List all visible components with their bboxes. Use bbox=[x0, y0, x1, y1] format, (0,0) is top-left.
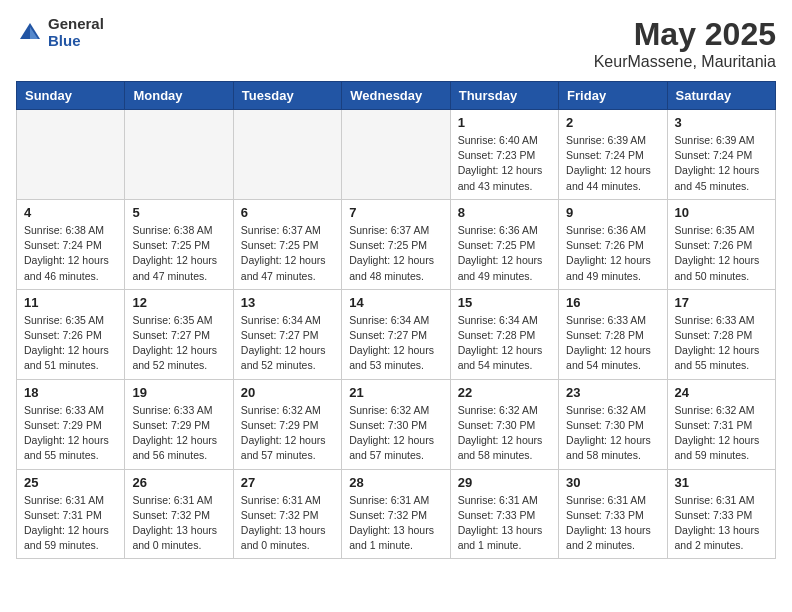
day-info: Sunrise: 6:31 AM Sunset: 7:32 PM Dayligh… bbox=[241, 493, 334, 554]
day-number: 31 bbox=[675, 475, 768, 490]
calendar-cell: 27Sunrise: 6:31 AM Sunset: 7:32 PM Dayli… bbox=[233, 469, 341, 559]
day-info: Sunrise: 6:35 AM Sunset: 7:27 PM Dayligh… bbox=[132, 313, 225, 374]
weekday-header-sunday: Sunday bbox=[17, 82, 125, 110]
day-number: 5 bbox=[132, 205, 225, 220]
day-info: Sunrise: 6:36 AM Sunset: 7:26 PM Dayligh… bbox=[566, 223, 659, 284]
day-number: 14 bbox=[349, 295, 442, 310]
calendar-cell: 22Sunrise: 6:32 AM Sunset: 7:30 PM Dayli… bbox=[450, 379, 558, 469]
calendar-cell: 19Sunrise: 6:33 AM Sunset: 7:29 PM Dayli… bbox=[125, 379, 233, 469]
calendar-cell: 26Sunrise: 6:31 AM Sunset: 7:32 PM Dayli… bbox=[125, 469, 233, 559]
calendar-cell: 17Sunrise: 6:33 AM Sunset: 7:28 PM Dayli… bbox=[667, 289, 775, 379]
day-number: 17 bbox=[675, 295, 768, 310]
day-info: Sunrise: 6:32 AM Sunset: 7:30 PM Dayligh… bbox=[566, 403, 659, 464]
day-info: Sunrise: 6:32 AM Sunset: 7:31 PM Dayligh… bbox=[675, 403, 768, 464]
day-info: Sunrise: 6:31 AM Sunset: 7:33 PM Dayligh… bbox=[458, 493, 551, 554]
day-info: Sunrise: 6:34 AM Sunset: 7:27 PM Dayligh… bbox=[241, 313, 334, 374]
calendar-week-2: 11Sunrise: 6:35 AM Sunset: 7:26 PM Dayli… bbox=[17, 289, 776, 379]
day-info: Sunrise: 6:38 AM Sunset: 7:24 PM Dayligh… bbox=[24, 223, 117, 284]
day-number: 6 bbox=[241, 205, 334, 220]
day-info: Sunrise: 6:33 AM Sunset: 7:29 PM Dayligh… bbox=[132, 403, 225, 464]
day-number: 21 bbox=[349, 385, 442, 400]
calendar-cell bbox=[17, 110, 125, 200]
calendar-cell: 9Sunrise: 6:36 AM Sunset: 7:26 PM Daylig… bbox=[559, 199, 667, 289]
month-title: May 2025 bbox=[594, 16, 776, 53]
calendar-cell bbox=[125, 110, 233, 200]
logo-icon bbox=[16, 19, 44, 47]
day-info: Sunrise: 6:37 AM Sunset: 7:25 PM Dayligh… bbox=[241, 223, 334, 284]
day-info: Sunrise: 6:33 AM Sunset: 7:28 PM Dayligh… bbox=[566, 313, 659, 374]
day-number: 24 bbox=[675, 385, 768, 400]
calendar-cell bbox=[342, 110, 450, 200]
day-info: Sunrise: 6:31 AM Sunset: 7:33 PM Dayligh… bbox=[675, 493, 768, 554]
weekday-header-friday: Friday bbox=[559, 82, 667, 110]
page-header: General Blue May 2025 KeurMassene, Mauri… bbox=[16, 16, 776, 71]
day-number: 22 bbox=[458, 385, 551, 400]
calendar-cell: 24Sunrise: 6:32 AM Sunset: 7:31 PM Dayli… bbox=[667, 379, 775, 469]
day-info: Sunrise: 6:37 AM Sunset: 7:25 PM Dayligh… bbox=[349, 223, 442, 284]
day-number: 16 bbox=[566, 295, 659, 310]
calendar-cell: 30Sunrise: 6:31 AM Sunset: 7:33 PM Dayli… bbox=[559, 469, 667, 559]
day-info: Sunrise: 6:31 AM Sunset: 7:31 PM Dayligh… bbox=[24, 493, 117, 554]
calendar-cell: 29Sunrise: 6:31 AM Sunset: 7:33 PM Dayli… bbox=[450, 469, 558, 559]
location-title: KeurMassene, Mauritania bbox=[594, 53, 776, 71]
weekday-header-wednesday: Wednesday bbox=[342, 82, 450, 110]
day-info: Sunrise: 6:33 AM Sunset: 7:28 PM Dayligh… bbox=[675, 313, 768, 374]
logo-blue: Blue bbox=[48, 33, 104, 50]
day-number: 15 bbox=[458, 295, 551, 310]
weekday-header-saturday: Saturday bbox=[667, 82, 775, 110]
day-number: 25 bbox=[24, 475, 117, 490]
day-number: 26 bbox=[132, 475, 225, 490]
day-number: 8 bbox=[458, 205, 551, 220]
day-number: 30 bbox=[566, 475, 659, 490]
calendar-cell bbox=[233, 110, 341, 200]
day-info: Sunrise: 6:40 AM Sunset: 7:23 PM Dayligh… bbox=[458, 133, 551, 194]
day-info: Sunrise: 6:38 AM Sunset: 7:25 PM Dayligh… bbox=[132, 223, 225, 284]
calendar-cell: 31Sunrise: 6:31 AM Sunset: 7:33 PM Dayli… bbox=[667, 469, 775, 559]
weekday-header-tuesday: Tuesday bbox=[233, 82, 341, 110]
calendar-cell: 4Sunrise: 6:38 AM Sunset: 7:24 PM Daylig… bbox=[17, 199, 125, 289]
day-number: 27 bbox=[241, 475, 334, 490]
day-info: Sunrise: 6:31 AM Sunset: 7:32 PM Dayligh… bbox=[349, 493, 442, 554]
day-number: 12 bbox=[132, 295, 225, 310]
calendar-cell: 18Sunrise: 6:33 AM Sunset: 7:29 PM Dayli… bbox=[17, 379, 125, 469]
calendar-week-4: 25Sunrise: 6:31 AM Sunset: 7:31 PM Dayli… bbox=[17, 469, 776, 559]
day-info: Sunrise: 6:32 AM Sunset: 7:30 PM Dayligh… bbox=[349, 403, 442, 464]
day-info: Sunrise: 6:34 AM Sunset: 7:28 PM Dayligh… bbox=[458, 313, 551, 374]
day-number: 3 bbox=[675, 115, 768, 130]
calendar-cell: 16Sunrise: 6:33 AM Sunset: 7:28 PM Dayli… bbox=[559, 289, 667, 379]
day-number: 10 bbox=[675, 205, 768, 220]
day-number: 11 bbox=[24, 295, 117, 310]
title-block: May 2025 KeurMassene, Mauritania bbox=[594, 16, 776, 71]
day-info: Sunrise: 6:39 AM Sunset: 7:24 PM Dayligh… bbox=[675, 133, 768, 194]
day-number: 28 bbox=[349, 475, 442, 490]
calendar-cell: 28Sunrise: 6:31 AM Sunset: 7:32 PM Dayli… bbox=[342, 469, 450, 559]
calendar-cell: 15Sunrise: 6:34 AM Sunset: 7:28 PM Dayli… bbox=[450, 289, 558, 379]
calendar-cell: 2Sunrise: 6:39 AM Sunset: 7:24 PM Daylig… bbox=[559, 110, 667, 200]
day-info: Sunrise: 6:35 AM Sunset: 7:26 PM Dayligh… bbox=[24, 313, 117, 374]
weekday-header-monday: Monday bbox=[125, 82, 233, 110]
logo-general: General bbox=[48, 16, 104, 33]
day-info: Sunrise: 6:39 AM Sunset: 7:24 PM Dayligh… bbox=[566, 133, 659, 194]
calendar-cell: 5Sunrise: 6:38 AM Sunset: 7:25 PM Daylig… bbox=[125, 199, 233, 289]
day-number: 4 bbox=[24, 205, 117, 220]
day-info: Sunrise: 6:33 AM Sunset: 7:29 PM Dayligh… bbox=[24, 403, 117, 464]
day-number: 1 bbox=[458, 115, 551, 130]
day-info: Sunrise: 6:32 AM Sunset: 7:30 PM Dayligh… bbox=[458, 403, 551, 464]
calendar-week-3: 18Sunrise: 6:33 AM Sunset: 7:29 PM Dayli… bbox=[17, 379, 776, 469]
calendar-week-1: 4Sunrise: 6:38 AM Sunset: 7:24 PM Daylig… bbox=[17, 199, 776, 289]
calendar-cell: 1Sunrise: 6:40 AM Sunset: 7:23 PM Daylig… bbox=[450, 110, 558, 200]
calendar-cell: 7Sunrise: 6:37 AM Sunset: 7:25 PM Daylig… bbox=[342, 199, 450, 289]
calendar-cell: 20Sunrise: 6:32 AM Sunset: 7:29 PM Dayli… bbox=[233, 379, 341, 469]
day-info: Sunrise: 6:32 AM Sunset: 7:29 PM Dayligh… bbox=[241, 403, 334, 464]
calendar-cell: 23Sunrise: 6:32 AM Sunset: 7:30 PM Dayli… bbox=[559, 379, 667, 469]
day-number: 7 bbox=[349, 205, 442, 220]
calendar-cell: 12Sunrise: 6:35 AM Sunset: 7:27 PM Dayli… bbox=[125, 289, 233, 379]
day-info: Sunrise: 6:34 AM Sunset: 7:27 PM Dayligh… bbox=[349, 313, 442, 374]
weekday-header-row: SundayMondayTuesdayWednesdayThursdayFrid… bbox=[17, 82, 776, 110]
calendar-table: SundayMondayTuesdayWednesdayThursdayFrid… bbox=[16, 81, 776, 559]
logo-text: General Blue bbox=[48, 16, 104, 49]
day-number: 19 bbox=[132, 385, 225, 400]
day-info: Sunrise: 6:31 AM Sunset: 7:32 PM Dayligh… bbox=[132, 493, 225, 554]
day-number: 23 bbox=[566, 385, 659, 400]
calendar-cell: 21Sunrise: 6:32 AM Sunset: 7:30 PM Dayli… bbox=[342, 379, 450, 469]
